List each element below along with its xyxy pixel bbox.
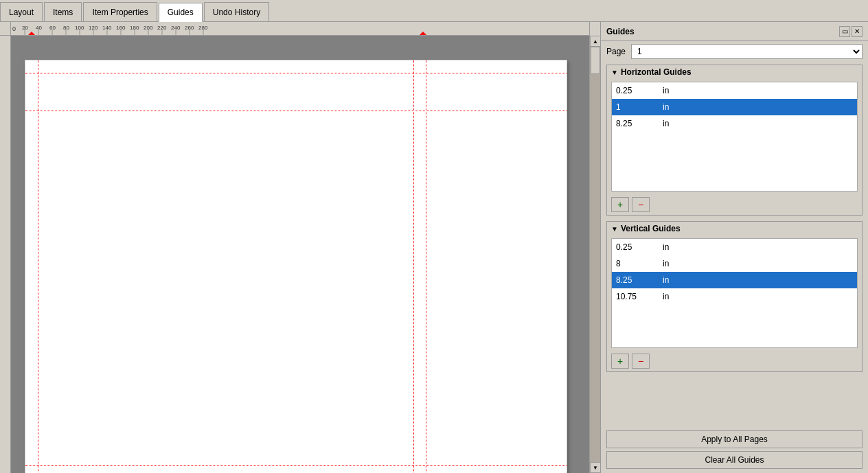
tab-layout[interactable]: Layout [0,2,43,21]
horizontal-chevron-icon: ▼ [611,69,618,76]
v-guide-value-3: 10.75 [616,292,657,301]
v-guide-row-3[interactable]: 10.75 in [612,288,857,305]
ruler-left-svg [0,36,11,473]
clear-all-guides-button[interactable]: Clear All Guides [606,451,863,469]
horizontal-guides-title: Horizontal Guides [621,67,692,77]
h-guide-row-0[interactable]: 0.25 in [612,82,857,99]
panel-header-icons: ▭ ✕ [839,26,863,37]
svg-text:100: 100 [75,25,84,31]
panel-close-btn[interactable]: ✕ [852,26,863,37]
guide-v-8in [413,60,414,473]
add-horizontal-guide-button[interactable]: + [611,197,629,212]
v-guide-row-0[interactable]: 0.25 in [612,239,857,255]
bottom-buttons: Apply to All Pages Clear All Guides [601,426,868,473]
v-guide-unit-2: in [663,275,669,285]
svg-text:180: 180 [130,25,139,31]
remove-horizontal-guide-button[interactable]: − [632,197,650,212]
svg-text:220: 220 [157,25,167,31]
panel-restore-btn[interactable]: ▭ [839,26,850,37]
horizontal-guide-list: 0.25 in 1 in 8.25 in [611,82,858,192]
panel-title: Guides [606,27,635,36]
horizontal-guides-section: ▼ Horizontal Guides 0.25 in 1 in 8.25 in [606,65,863,216]
scroll-track[interactable] [590,47,600,462]
horizontal-guides-header[interactable]: ▼ Horizontal Guides [607,65,862,79]
h-guide-value-1: 1 [616,102,657,112]
tab-items[interactable]: Items [44,2,82,21]
v-guide-value-0: 0.25 [616,242,657,252]
ruler-corner [0,22,11,36]
v-guide-row-2[interactable]: 8.25 in [612,272,857,288]
v-guide-value-1: 8 [616,259,657,268]
page-row: Page 1 [601,41,868,62]
svg-text:60: 60 [49,25,56,31]
guide-h-1in [25,111,567,111]
apply-to-all-pages-button[interactable]: Apply to All Pages [606,430,863,448]
corner-top-right [589,22,600,36]
v-guide-row-1[interactable]: 8 in [612,255,857,272]
margin-guide-top [25,73,567,73]
guide-v-825in [426,60,426,473]
svg-text:0: 0 [12,25,16,32]
page-label: Page [606,47,626,56]
guide-v-025in [38,60,38,473]
canvas-area: 0 20 40 60 80 100 120 140 160 [0,22,600,473]
svg-text:80: 80 [63,25,69,31]
vertical-guides-section: ▼ Vertical Guides 0.25 in 8 in 8.25 in [606,221,863,372]
svg-text:160: 160 [116,25,126,31]
h-guide-unit-0: in [663,86,669,95]
h-guide-row-2[interactable]: 8.25 in [612,115,857,132]
tab-undo-history[interactable]: Undo History [204,2,269,21]
h-guide-value-0: 0.25 [616,86,657,95]
vertical-guides-header[interactable]: ▼ Vertical Guides [607,222,862,235]
vertical-chevron-icon: ▼ [611,225,618,233]
svg-text:20: 20 [22,25,28,31]
vertical-guide-buttons: + − [607,351,862,371]
scroll-thumb[interactable] [591,47,600,74]
tab-guides[interactable]: Guides [159,3,203,22]
scroll-down-arrow[interactable]: ▼ [590,462,600,473]
h-guide-unit-1: in [663,102,669,112]
svg-rect-32 [0,36,11,473]
svg-text:120: 120 [89,25,98,31]
panel-header: Guides ▭ ✕ [601,22,868,41]
ruler-left [0,36,11,473]
svg-text:280: 280 [198,25,208,31]
svg-text:200: 200 [144,25,153,31]
tab-bar: Layout Items Item Properties Guides Undo… [0,0,868,22]
h-guide-unit-2: in [663,119,669,128]
vertical-guides-title: Vertical Guides [621,224,681,233]
svg-text:40: 40 [36,25,42,31]
ruler-top: 0 20 40 60 80 100 120 140 160 [11,22,589,36]
vertical-guide-list: 0.25 in 8 in 8.25 in 10.75 in [611,238,858,348]
h-guide-value-2: 8.25 [616,119,657,128]
canvas-scroll[interactable] [11,36,589,473]
svg-text:240: 240 [171,25,181,31]
h-guide-row-1[interactable]: 1 in [612,99,857,115]
tab-item-properties[interactable]: Item Properties [83,2,157,21]
svg-text:260: 260 [185,25,194,31]
svg-text:140: 140 [102,25,112,31]
remove-vertical-guide-button[interactable]: − [632,354,650,369]
vertical-scrollbar[interactable]: ▲ ▼ [589,36,600,473]
horizontal-guide-buttons: + − [607,194,862,215]
scroll-up-arrow[interactable]: ▲ [590,36,600,47]
guide-h-825in [25,465,567,466]
page-canvas [25,60,567,473]
v-guide-unit-0: in [663,242,669,252]
right-panel: Guides ▭ ✕ Page 1 ▼ Horizontal Guides 0.… [600,22,868,473]
v-guide-value-2: 8.25 [616,275,657,285]
ruler-svg: 0 20 40 60 80 100 120 140 160 [11,22,589,35]
add-vertical-guide-button[interactable]: + [611,354,629,369]
page-select[interactable]: 1 [631,44,863,59]
v-guide-unit-3: in [663,292,669,301]
main-area: 0 20 40 60 80 100 120 140 160 [0,22,868,473]
v-guide-unit-1: in [663,259,669,268]
